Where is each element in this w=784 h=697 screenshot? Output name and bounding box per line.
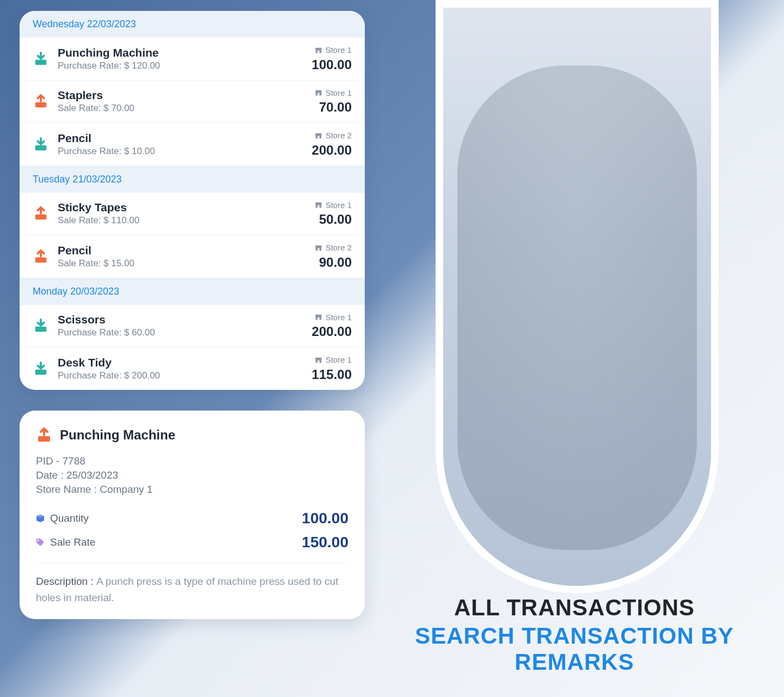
sale-icon <box>36 427 52 443</box>
detail-date: Date : 25/03/2023 <box>36 469 348 481</box>
transaction-rate: Sale Rate: $ 110.00 <box>58 215 306 226</box>
transaction-rate: Sale Rate: $ 70.00 <box>58 103 306 114</box>
transaction-rate: Purchase Rate: $ 200.00 <box>58 370 303 381</box>
quantity-label: Quantity <box>50 512 89 524</box>
transaction-title: Punching Machine <box>58 46 303 59</box>
purchase-icon <box>33 136 49 152</box>
transaction-store: Store 2 <box>315 131 352 140</box>
date-header: Wednesday 22/03/2023 <box>20 11 365 38</box>
store-icon <box>315 356 322 364</box>
date-header: Monday 20/03/2023 <box>20 278 365 305</box>
banner: ALL TRANSACTIONS SEARCH TRANSACTION BY R… <box>387 595 762 675</box>
sale-rate-row: Sale Rate 150.00 <box>36 530 348 554</box>
store-icon <box>315 89 322 96</box>
sale-icon <box>33 93 49 109</box>
transaction-amount: 50.00 <box>315 212 352 227</box>
transaction-row[interactable]: Desk TidyPurchase Rate: $ 200.00Store 11… <box>20 347 365 390</box>
detail-pid: PID - 7788 <box>36 455 348 467</box>
hero-photo-placeholder <box>436 0 719 594</box>
sale-icon <box>33 248 49 265</box>
transaction-amount: 100.00 <box>312 57 352 72</box>
quantity-value: 100.00 <box>302 510 348 527</box>
store-icon <box>315 244 322 252</box>
hero-panel: ALL TRANSACTIONS SEARCH TRANSACTION BY R… <box>387 0 762 697</box>
transaction-amount: 200.00 <box>312 324 352 339</box>
detail-title: Punching Machine <box>60 427 175 443</box>
transaction-title: Pencil <box>58 244 306 257</box>
transaction-rate: Purchase Rate: $ 10.00 <box>58 146 303 157</box>
transaction-row[interactable]: Sticky TapesSale Rate: $ 110.00Store 150… <box>20 193 365 236</box>
store-icon <box>315 46 322 54</box>
transactions-card: Wednesday 22/03/2023Punching MachinePurc… <box>20 11 365 390</box>
transaction-store: Store 1 <box>315 45 352 54</box>
transaction-row[interactable]: ScissorsPurchase Rate: $ 60.00Store 1200… <box>20 305 365 348</box>
cube-icon <box>36 514 45 523</box>
transaction-rate: Purchase Rate: $ 60.00 <box>58 327 303 338</box>
transaction-store: Store 1 <box>315 88 352 97</box>
transaction-store: Store 1 <box>315 313 352 322</box>
transaction-rate: Purchase Rate: $ 120.00 <box>58 60 303 71</box>
transaction-amount: 70.00 <box>315 100 352 115</box>
purchase-icon <box>33 51 49 67</box>
banner-line-2: SEARCH TRANSACTION BY REMARKS <box>387 623 762 675</box>
transaction-amount: 115.00 <box>312 367 352 382</box>
transaction-title: Pencil <box>58 132 303 145</box>
purchase-icon <box>33 317 49 334</box>
transaction-row[interactable]: Punching MachinePurchase Rate: $ 120.00S… <box>20 38 365 81</box>
banner-line-1: ALL TRANSACTIONS <box>387 595 762 621</box>
sale-rate-value: 150.00 <box>302 534 348 551</box>
transaction-title: Sticky Tapes <box>58 201 306 214</box>
store-icon <box>315 201 322 209</box>
quantity-row: Quantity 100.00 <box>36 506 348 530</box>
transaction-row[interactable]: PencilPurchase Rate: $ 10.00Store 2200.0… <box>20 123 365 166</box>
transaction-rate: Sale Rate: $ 15.00 <box>58 258 306 269</box>
transaction-title: Scissors <box>58 313 303 326</box>
description-label: Description : <box>36 576 96 587</box>
sale-icon <box>33 205 49 222</box>
transaction-amount: 200.00 <box>312 143 352 158</box>
transaction-detail-card: Punching Machine PID - 7788 Date : 25/03… <box>20 411 365 620</box>
description-block: Description : A punch press is a type of… <box>36 563 348 607</box>
transaction-row[interactable]: PencilSale Rate: $ 15.00Store 290.00 <box>20 235 365 278</box>
transaction-title: Desk Tidy <box>58 356 303 369</box>
store-icon <box>315 132 322 139</box>
transaction-title: Staplers <box>58 89 306 102</box>
transaction-row[interactable]: StaplersSale Rate: $ 70.00Store 170.00 <box>20 81 365 124</box>
transaction-store: Store 2 <box>315 243 352 252</box>
transaction-amount: 90.00 <box>315 255 352 270</box>
store-icon <box>315 313 322 321</box>
transaction-store: Store 1 <box>315 355 352 364</box>
transaction-store: Store 1 <box>315 200 352 210</box>
sale-rate-label: Sale Rate <box>50 536 95 548</box>
date-header: Tuesday 21/03/2023 <box>20 166 365 193</box>
tag-icon <box>36 538 45 547</box>
detail-store: Store Name : Company 1 <box>36 484 348 496</box>
purchase-icon <box>33 360 49 377</box>
